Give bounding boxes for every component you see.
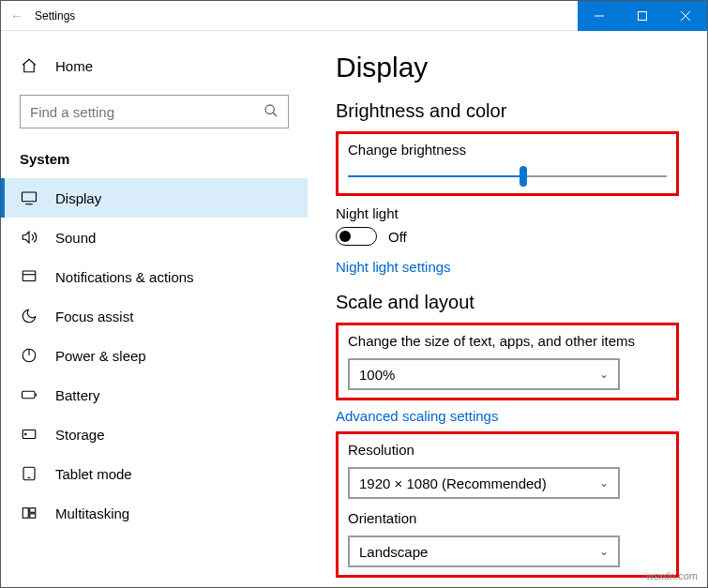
chevron-down-icon: ⌄ [599,368,609,381]
sidebar-item-sound[interactable]: Sound [1,218,308,257]
scale-highlight-box: Change the size of text, apps, and other… [336,323,679,400]
svg-rect-1 [639,12,647,21]
minimize-button[interactable] [578,1,621,31]
titlebar: ← Settings [1,1,707,31]
sidebar-item-label: Display [55,190,101,206]
brightness-slider[interactable] [348,167,667,186]
svg-rect-8 [23,271,36,281]
svg-line-5 [273,113,277,116]
brightness-highlight-box: Change brightness [336,131,679,196]
home-icon [20,57,38,74]
sidebar: Home System Display Sound [1,31,308,587]
scale-label: Change the size of text, apps, and other… [348,333,667,349]
scale-value: 100% [359,367,395,383]
search-field[interactable] [30,104,264,120]
sidebar-item-label: Storage [55,427,105,443]
content-area: Display Brightness and color Change brig… [308,31,707,587]
resolution-highlight-box: Resolution 1920 × 1080 (Recommended) ⌄ O… [336,431,679,578]
sidebar-item-label: Battery [55,387,100,403]
page-title: Display [336,52,679,83]
section-label: System [1,145,308,178]
sidebar-item-label: Focus assist [55,309,133,324]
search-input[interactable] [20,95,289,128]
scale-heading: Scale and layout [336,292,679,313]
night-light-toggle[interactable] [336,227,377,246]
svg-rect-19 [30,508,36,513]
svg-rect-6 [23,192,37,202]
sidebar-item-tablet-mode[interactable]: Tablet mode [1,454,308,493]
svg-point-4 [265,105,274,113]
home-label: Home [55,58,93,74]
sidebar-item-label: Tablet mode [55,466,132,482]
slider-track-right [523,175,667,177]
sidebar-item-power-sleep[interactable]: Power & sleep [1,336,308,375]
sidebar-item-label: Sound [55,230,96,246]
search-icon [264,103,279,121]
sidebar-item-display[interactable]: Display [1,178,308,218]
svg-rect-20 [30,514,36,519]
slider-thumb[interactable] [520,166,527,187]
orientation-select[interactable]: Landscape ⌄ [348,535,620,567]
night-light-label: Night light [336,205,679,221]
night-light-settings-link[interactable]: Night light settings [336,259,679,275]
window-title: Settings [35,9,75,23]
advanced-scaling-link[interactable]: Advanced scaling settings [336,408,679,424]
back-icon[interactable]: ← [10,8,23,23]
power-icon [20,347,38,364]
sidebar-home[interactable]: Home [1,48,308,83]
sidebar-item-label: Notifications & actions [55,269,194,285]
multitasking-icon [20,505,38,521]
maximize-button[interactable] [621,1,664,31]
svg-point-15 [25,433,27,435]
battery-icon [20,386,38,403]
sound-icon [20,229,38,246]
brightness-heading: Brightness and color [336,100,679,122]
chevron-down-icon: ⌄ [599,545,609,558]
sidebar-item-focus-assist[interactable]: Focus assist [1,296,308,336]
sidebar-item-label: Multitasking [55,505,129,521]
svg-rect-18 [23,508,28,519]
resolution-label: Resolution [348,442,667,458]
slider-track-left [348,175,523,177]
orientation-label: Orientation [348,510,667,526]
night-light-state: Off [388,229,407,245]
toggle-knob [339,231,351,242]
chevron-down-icon: ⌄ [599,476,609,490]
brightness-label: Change brightness [348,142,667,158]
resolution-value: 1920 × 1080 (Recommended) [359,475,547,491]
sidebar-item-storage[interactable]: Storage [1,415,308,454]
tablet-icon [20,465,38,482]
svg-rect-12 [23,391,36,399]
resolution-select[interactable]: 1920 × 1080 (Recommended) ⌄ [348,467,620,499]
close-button[interactable] [664,1,707,31]
focus-assist-icon [20,308,38,324]
orientation-value: Landscape [359,544,428,560]
watermark: wsxdn.com [646,570,698,581]
display-icon [20,189,38,206]
sidebar-item-label: Power & sleep [55,348,146,364]
scale-select[interactable]: 100% ⌄ [348,358,620,390]
sidebar-item-multitasking[interactable]: Multitasking [1,493,308,533]
sidebar-item-battery[interactable]: Battery [1,375,308,415]
sidebar-item-notifications[interactable]: Notifications & actions [1,257,308,296]
storage-icon [20,426,38,443]
notifications-icon [20,268,38,285]
